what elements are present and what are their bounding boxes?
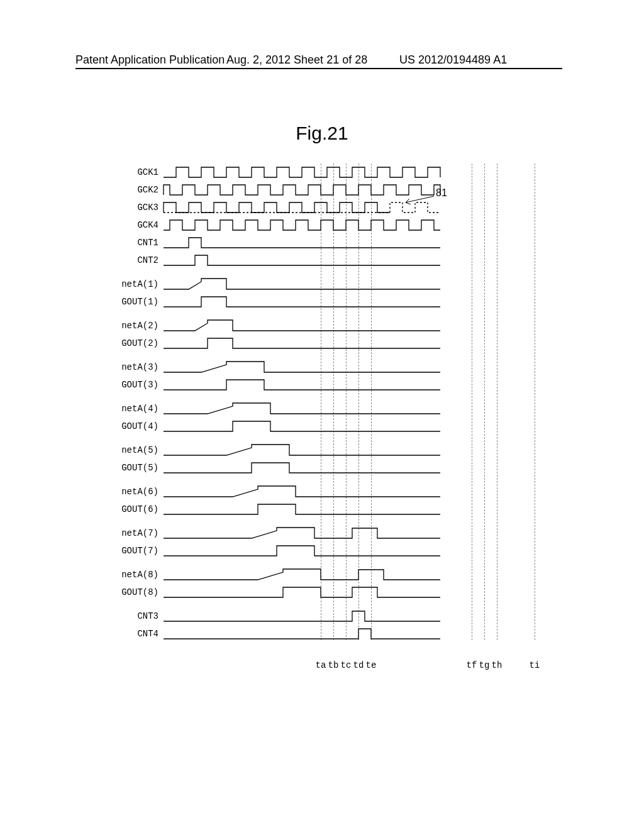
timing-diagram: tatbtctdtetftgthti GCK1GCK2GCK3GCK4CNT1C… — [119, 163, 459, 643]
time-axis-labels: tatbtctdtetftgthti — [283, 660, 560, 673]
signal-label: GOUT(1) — [114, 297, 158, 307]
signal-row: GOUT(4) — [119, 418, 459, 435]
time-label: tb — [328, 660, 339, 670]
signal-row: GOUT(3) — [119, 376, 459, 394]
signal-row: netA(1) — [119, 275, 459, 293]
signal-row: GOUT(7) — [119, 542, 459, 560]
signal-row: GOUT(6) — [119, 501, 459, 518]
signal-label: GOUT(4) — [114, 421, 158, 431]
signal-row: GOUT(2) — [119, 335, 459, 352]
signal-label: GOUT(5) — [114, 463, 158, 473]
signal-row: CNT1 — [119, 234, 459, 252]
time-label: td — [353, 660, 364, 670]
signal-row: GOUT(5) — [119, 459, 459, 477]
signal-row: CNT3 — [119, 607, 459, 625]
signal-label: GOUT(6) — [114, 504, 158, 514]
time-guide — [484, 163, 485, 640]
time-label: th — [492, 660, 502, 670]
time-label: tg — [479, 660, 490, 670]
time-guide — [535, 163, 535, 640]
signal-row: GCK4 — [119, 216, 459, 234]
signal-label: netA(5) — [114, 445, 158, 455]
time-label: tc — [341, 660, 352, 670]
signal-label: netA(1) — [114, 279, 158, 289]
header-right: US 2012/0194489 A1 — [399, 53, 507, 67]
time-label: ta — [316, 660, 326, 670]
signal-label: GOUT(3) — [114, 380, 158, 390]
time-guide — [472, 163, 472, 640]
signal-row: CNT2 — [119, 252, 459, 269]
signal-label: GOUT(2) — [114, 338, 158, 348]
signal-row: GOUT(1) — [119, 293, 459, 311]
signal-label: GCK4 — [114, 220, 158, 230]
signal-label: GCK3 — [114, 202, 158, 213]
signal-row: netA(2) — [119, 317, 459, 335]
figure-title: Fig.21 — [0, 123, 644, 144]
time-label: tf — [467, 660, 477, 670]
signal-row: GCK1 — [119, 163, 459, 181]
signal-label: netA(6) — [114, 487, 158, 497]
signal-row: netA(4) — [119, 400, 459, 418]
time-label: ti — [530, 660, 540, 670]
signal-label: netA(8) — [114, 570, 158, 580]
signal-row: netA(6) — [119, 483, 459, 501]
signal-row: GOUT(8) — [119, 584, 459, 601]
signal-label: CNT3 — [114, 611, 158, 621]
time-guide — [497, 163, 497, 640]
svg-line-1 — [406, 196, 434, 202]
header-left: Patent Application Publication — [75, 53, 225, 67]
signal-row: netA(3) — [119, 358, 459, 376]
signal-row: netA(7) — [119, 524, 459, 542]
signal-label: CNT4 — [114, 629, 158, 639]
callout-label: 81 — [436, 187, 447, 199]
signal-row: netA(5) — [119, 441, 459, 459]
signal-row: CNT4 — [119, 625, 459, 643]
signal-label: netA(3) — [114, 362, 158, 372]
time-label: te — [366, 660, 377, 670]
signal-label: GOUT(7) — [114, 546, 158, 556]
signal-label: netA(7) — [114, 528, 158, 538]
signal-label: GCK2 — [114, 185, 158, 195]
signal-label: CNT1 — [114, 238, 158, 248]
header-center: Aug. 2, 2012 Sheet 21 of 28 — [226, 53, 367, 67]
signal-label: GCK1 — [114, 167, 158, 177]
signal-label: CNT2 — [114, 255, 158, 265]
header-rule — [75, 68, 562, 69]
signal-row: netA(8) — [119, 566, 459, 584]
signal-label: netA(4) — [114, 404, 158, 414]
signal-label: GOUT(8) — [114, 587, 158, 597]
signal-label: netA(2) — [114, 321, 158, 331]
